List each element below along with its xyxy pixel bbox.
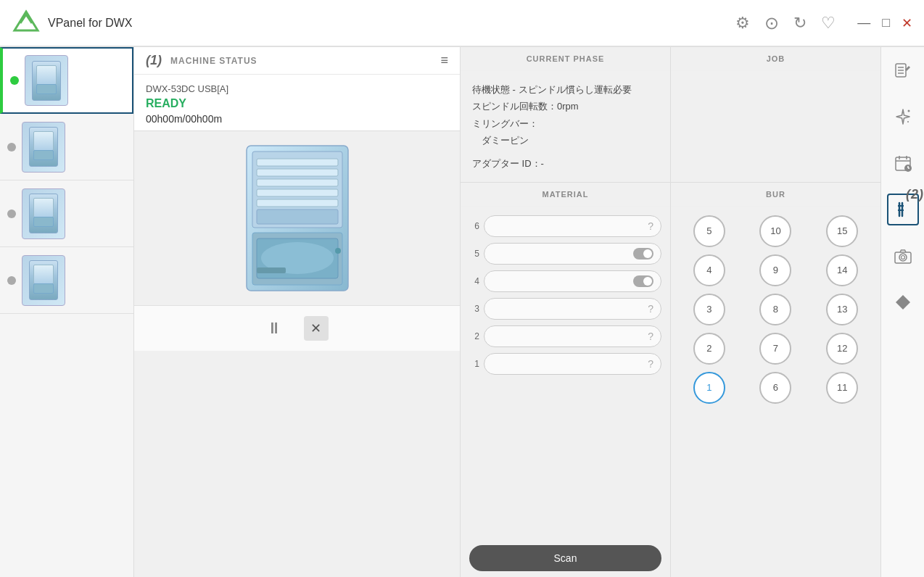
- refresh-icon[interactable]: ↻: [793, 14, 807, 33]
- user-icon[interactable]: ⊙: [764, 13, 779, 33]
- bur-cell-1[interactable]: 1: [680, 372, 739, 404]
- slot-icon-3: ?: [648, 303, 653, 315]
- sparkle-icon-button[interactable]: [887, 101, 919, 133]
- logo-icon: [12, 9, 41, 38]
- bur-cell-9[interactable]: 9: [746, 254, 806, 286]
- slot-icon-1: ?: [648, 358, 653, 370]
- maintenance-icon: [894, 61, 912, 80]
- playback-controls: ⏸ ✕: [134, 305, 460, 351]
- machine-item-2[interactable]: [0, 114, 133, 180]
- diamond-icon-button[interactable]: [887, 286, 919, 318]
- bur-number-6: 6: [759, 372, 791, 404]
- machine-item-1[interactable]: [0, 47, 133, 114]
- maintenance-icon-button[interactable]: [887, 54, 919, 86]
- job-header: JOB: [671, 47, 880, 71]
- job-cell: JOB: [671, 47, 880, 182]
- bur-cell-12[interactable]: 12: [812, 333, 872, 365]
- section-badge: (1): [146, 53, 162, 68]
- settings-icon[interactable]: ⚙: [735, 14, 750, 33]
- main-layout: (1) MACHINE STATUS ≡ DWX-53DC USB[A] REA…: [0, 47, 924, 577]
- bur-cell-3[interactable]: 3: [680, 294, 739, 325]
- bur-cell-10[interactable]: 10: [746, 215, 806, 247]
- info-top-row: CURRENT PHASE 待機状態 - スピンドル慣らし運転必要 スピンドル回…: [461, 47, 880, 183]
- schedule-icon: [894, 154, 912, 173]
- bur-cell-5[interactable]: 5: [680, 215, 739, 247]
- app-title: VPanel for DWX: [48, 17, 735, 30]
- bur-cell-11[interactable]: 11: [812, 372, 872, 404]
- center-panel: (1) MACHINE STATUS ≡ DWX-53DC USB[A] REA…: [134, 47, 460, 577]
- svg-rect-8: [257, 209, 338, 224]
- machine-info: DWX-53DC USB[A] READY 00h00m/00h00m: [134, 75, 460, 130]
- scan-button[interactable]: Scan: [469, 545, 661, 571]
- bur-cell-4[interactable]: 4: [680, 254, 739, 286]
- slot-number-5: 5: [469, 249, 479, 259]
- bur-cell-2[interactable]: 2: [680, 333, 739, 365]
- svg-rect-13: [257, 267, 286, 273]
- material-content: 6 ? 5: [461, 207, 670, 539]
- slot-bar-2[interactable]: ?: [484, 325, 661, 347]
- slot-bar-5[interactable]: [484, 243, 661, 265]
- current-phase-cell: CURRENT PHASE 待機状態 - スピンドル慣らし運転必要 スピンドル回…: [461, 47, 671, 182]
- schedule-icon-button[interactable]: [887, 147, 919, 179]
- machine-status-section: (1) MACHINE STATUS ≡ DWX-53DC USB[A] REA…: [134, 47, 460, 131]
- pause-button[interactable]: ⏸: [266, 319, 282, 338]
- bur-number-4: 4: [693, 254, 725, 286]
- slot-bar-1[interactable]: ?: [484, 353, 661, 375]
- minimize-button[interactable]: —: [857, 15, 870, 30]
- machine-ready-status: READY: [146, 97, 448, 110]
- slot-bar-4[interactable]: [484, 270, 661, 292]
- machine-thumb-1: [25, 55, 68, 106]
- camera-icon: [894, 246, 912, 265]
- bur-annotation: (2): [906, 187, 924, 202]
- machine-image: [239, 138, 355, 298]
- slot-number-1: 1: [469, 359, 479, 369]
- slot-number-2: 2: [469, 331, 479, 341]
- machine-time: 00h00m/00h00m: [146, 113, 448, 125]
- bur-number-3: 3: [693, 294, 725, 325]
- machine-thumb-4: [22, 255, 65, 306]
- bur-number-1: 1: [693, 372, 725, 404]
- stop-button[interactable]: ✕: [304, 316, 329, 341]
- camera-icon-button[interactable]: [887, 240, 919, 272]
- bur-cell-15[interactable]: 15: [812, 215, 872, 247]
- slot-bar-6[interactable]: ?: [484, 215, 661, 237]
- phase-line5: アダプター ID：-: [472, 155, 659, 172]
- bur-number-7: 7: [759, 333, 791, 365]
- machine-item-4[interactable]: [0, 247, 133, 314]
- status-dot-3: [7, 209, 16, 218]
- bur-number-2: 2: [693, 333, 725, 365]
- machine-thumb-2: [22, 122, 65, 173]
- bur-cell-13[interactable]: 13: [812, 294, 872, 325]
- bur-number-8: 8: [759, 294, 791, 325]
- close-button[interactable]: ✕: [902, 15, 912, 31]
- svg-point-19: [907, 121, 909, 123]
- bur-cell-6[interactable]: 6: [746, 372, 806, 404]
- menu-icon[interactable]: ≡: [440, 53, 448, 68]
- tool-icon: [894, 200, 912, 219]
- toolbar-icons: ⚙ ⊙ ↻ ♡: [735, 13, 836, 33]
- machine-image-area: [134, 131, 460, 305]
- slot-toggle-5[interactable]: [633, 248, 653, 260]
- bur-number-10: 10: [759, 215, 791, 247]
- phase-line1: 待機状態 - スピンドル慣らし運転必要: [472, 81, 659, 98]
- bur-number-11: 11: [826, 372, 858, 404]
- bur-cell-8[interactable]: 8: [746, 294, 806, 325]
- job-content: [671, 71, 880, 91]
- svg-rect-6: [257, 189, 338, 196]
- slot-bar-3[interactable]: ?: [484, 298, 661, 320]
- machine-item-3[interactable]: [0, 180, 133, 247]
- status-dot-4: [7, 276, 16, 285]
- section-title: MACHINE STATUS: [170, 56, 257, 66]
- maximize-button[interactable]: □: [882, 15, 890, 30]
- bur-cell-7[interactable]: 7: [746, 333, 806, 365]
- bur-number-9: 9: [759, 254, 791, 286]
- bur-grid: 5 10 15 4 9 14 3 8 13 2 7 12 1: [671, 207, 880, 412]
- status-dot-2: [7, 143, 16, 151]
- material-slot-2: 2 ?: [469, 325, 661, 347]
- slot-toggle-4[interactable]: [633, 275, 653, 287]
- bur-cell-14[interactable]: 14: [812, 254, 872, 286]
- heart-icon[interactable]: ♡: [821, 14, 836, 33]
- status-dot-1: [10, 76, 19, 85]
- right-sidebar: [880, 47, 924, 577]
- svg-rect-7: [257, 199, 338, 207]
